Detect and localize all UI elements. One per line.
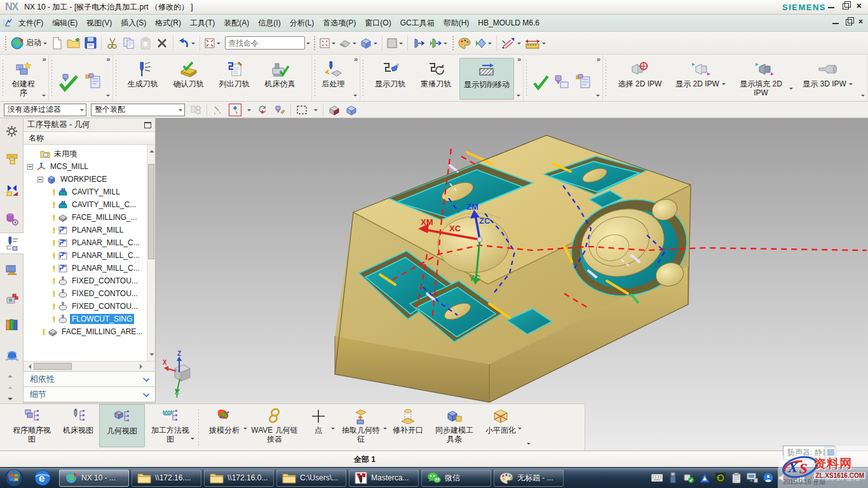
- delete-button[interactable]: [154, 34, 170, 52]
- navigator-column-header[interactable]: 名称: [24, 132, 155, 145]
- show-cut-moves-button[interactable]: 显示切削移动: [459, 58, 514, 100]
- group-more-icon[interactable]: »: [42, 55, 46, 63]
- tree-row-unused[interactable]: 未用项: [24, 147, 79, 160]
- tree-row-operation[interactable]: ! PLANAR_MILL: [24, 224, 125, 236]
- synchronous-modeling-button[interactable]: 同步建模工具条: [429, 404, 480, 451]
- operation-properties-button[interactable]: [82, 73, 104, 91]
- restore-icon[interactable]: [843, 3, 849, 10]
- start-button[interactable]: 启动: [9, 34, 49, 52]
- save-button[interactable]: [82, 34, 98, 52]
- extract-geometry-button[interactable]: 抽取几何特征: [335, 404, 387, 451]
- taskbar-paint-button[interactable]: 无标题 - ...: [494, 470, 564, 487]
- menu-analysis[interactable]: 分析(L): [285, 15, 319, 32]
- group-more-icon[interactable]: »: [597, 55, 600, 63]
- command-finder[interactable]: [225, 36, 305, 50]
- assembly-constraints-icon[interactable]: [189, 104, 202, 116]
- minimize-icon[interactable]: [828, 3, 835, 10]
- selection-filter-dropdown[interactable]: 没有选择过滤器: [4, 104, 86, 116]
- selection-scope-dropdown[interactable]: 整个装配: [91, 104, 185, 116]
- create-program-button[interactable]: 创建程序: [8, 58, 39, 98]
- render-style-button[interactable]: [337, 34, 358, 52]
- menu-tools[interactable]: 工具(T): [186, 15, 219, 32]
- graphics-viewport[interactable]: [156, 118, 868, 451]
- point-button[interactable]: 点: [302, 404, 335, 451]
- select-2d-ipw-button[interactable]: 选择 2D IPW: [611, 58, 669, 90]
- tree-row-operation[interactable]: ! FACE_MILLING_...: [24, 211, 139, 224]
- group-caret-icon[interactable]: [517, 95, 520, 98]
- group-caret-icon[interactable]: [42, 95, 46, 98]
- nvidia-tray-icon[interactable]: [715, 472, 726, 484]
- library-icon[interactable]: [4, 316, 20, 332]
- cut-button[interactable]: [104, 34, 121, 52]
- machine-tool-navigator-icon[interactable]: [4, 262, 20, 278]
- snap-enabled-icon[interactable]: [229, 104, 241, 116]
- usb-safely-remove-icon[interactable]: [683, 472, 695, 484]
- geometry-view-button[interactable]: 几何视图: [99, 404, 145, 447]
- group-caret-icon[interactable]: [861, 95, 865, 98]
- taskbar-wechat-button[interactable]: 微信: [421, 470, 491, 487]
- clipboard-tray-icon[interactable]: [731, 472, 742, 484]
- verify-toolpath-button[interactable]: 确认刀轨: [166, 58, 211, 90]
- window-layout-button[interactable]: [203, 34, 222, 52]
- group-more-icon[interactable]: »: [517, 55, 521, 63]
- list-toolpath-button[interactable]: 列出刀轨: [212, 58, 257, 90]
- select-mode-caret-icon[interactable]: [314, 109, 318, 113]
- toolbar-overflow-caret-icon[interactable]: [527, 443, 531, 447]
- background-button[interactable]: [385, 34, 405, 52]
- wave-linker-button[interactable]: WAVE 几何链接器: [247, 404, 302, 451]
- machining-method-view-button[interactable]: 加工方法视图: [145, 404, 196, 451]
- tree-row-operation[interactable]: ! FACE_MILLING_ARE...: [24, 325, 144, 338]
- scroll-down-icon[interactable]: [149, 353, 154, 358]
- show-2d-ipw-caret-icon[interactable]: [722, 83, 726, 87]
- tree-row-operation[interactable]: ! PLANAR_MILL_C...: [24, 249, 142, 262]
- tree-row-operation[interactable]: ! CAVITY_MILL_C...: [24, 198, 138, 211]
- scroll-right-icon[interactable]: [140, 364, 145, 369]
- child-restore-icon[interactable]: [846, 19, 852, 25]
- security-shield-icon[interactable]: [763, 472, 774, 484]
- replay-toolpath-button[interactable]: 重播刀轨: [414, 58, 458, 90]
- snap-caret-icon[interactable]: [247, 109, 251, 113]
- snap-point-icon[interactable]: [212, 104, 224, 116]
- facet-caret-icon[interactable]: [518, 428, 522, 431]
- show-3d-ipw-button[interactable]: 显示 3D IPW: [797, 58, 858, 90]
- new-file-button[interactable]: [49, 34, 65, 52]
- show-3d-ipw-caret-icon[interactable]: [849, 83, 853, 87]
- network-tray-icon[interactable]: [747, 472, 758, 484]
- clip-work-section-button[interactable]: [427, 34, 449, 52]
- verify-geometry-button[interactable]: [57, 74, 81, 92]
- child-minimize-icon[interactable]: [832, 18, 839, 25]
- scroll-thumb[interactable]: [34, 363, 72, 370]
- undock-icon[interactable]: [144, 122, 151, 128]
- method-view-caret-icon[interactable]: [191, 438, 194, 442]
- tree-row-operation[interactable]: ! FIXED_CONTOU...: [24, 274, 140, 287]
- dependencies-panel[interactable]: 相依性: [24, 371, 155, 386]
- simulate-machine-button[interactable]: 机床仿真: [258, 58, 302, 90]
- tree-row-workpiece[interactable]: WORKPIECE: [24, 173, 109, 186]
- true-shading-button[interactable]: [456, 34, 473, 52]
- tree-vertical-scrollbar[interactable]: [147, 145, 155, 361]
- paste-button[interactable]: [137, 34, 154, 52]
- toolbar-grip[interactable]: [313, 35, 316, 51]
- operation-navigator-tab[interactable]: [0, 233, 24, 254]
- menu-file[interactable]: 文件(F): [14, 15, 48, 32]
- taskbar-folder-button[interactable]: \\172.16....: [132, 470, 201, 487]
- resource-pin-icon[interactable]: [8, 384, 13, 389]
- machine-tool-view-button[interactable]: 机床视图: [57, 404, 99, 451]
- menu-hb-mould[interactable]: HB_MOULD M6.6: [473, 15, 544, 30]
- process-studio-icon[interactable]: [4, 291, 20, 307]
- show-fill-2d-ipw-caret-icon[interactable]: [789, 88, 793, 92]
- draft-analysis-button[interactable]: 拔模分析: [201, 404, 247, 451]
- group-caret-icon[interactable]: [596, 95, 600, 98]
- usb-tray-icon[interactable]: [667, 472, 679, 484]
- materials-button[interactable]: [473, 34, 494, 52]
- copy-button[interactable]: [121, 34, 137, 52]
- show-toolpath-button[interactable]: 显示刀轨: [368, 58, 412, 90]
- taskbar-nx-button[interactable]: NX 10 - ...: [59, 470, 129, 487]
- group-caret-icon[interactable]: [353, 95, 357, 98]
- taskbar-folder-button[interactable]: C:\Users\...: [276, 470, 346, 487]
- tree-row-operation[interactable]: ! FIXED_CONTOU...: [24, 300, 140, 313]
- taskbar-mastercam-button[interactable]: Masterca...: [349, 470, 419, 487]
- start-orb-button[interactable]: [2, 468, 26, 488]
- rectangle-select-icon[interactable]: [295, 104, 308, 116]
- taskbar-folder-button[interactable]: \\172.16.0...: [204, 470, 274, 487]
